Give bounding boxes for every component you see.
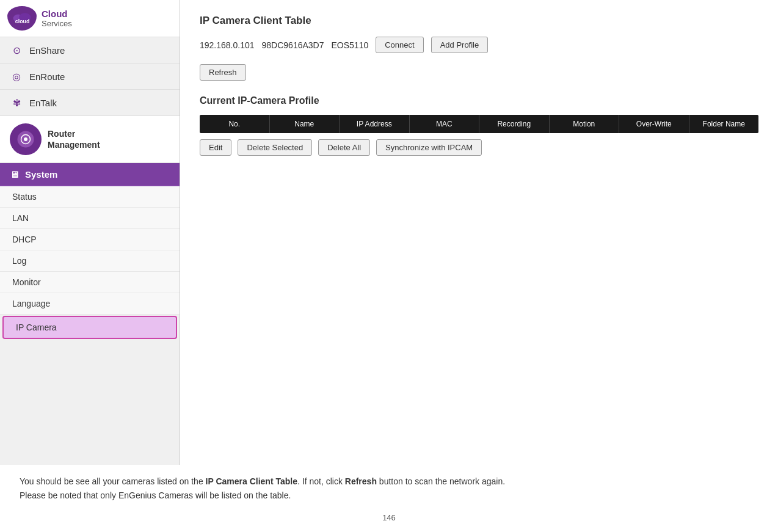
refresh-row: Refresh: [200, 62, 758, 95]
connect-button[interactable]: Connect: [376, 37, 423, 53]
language-label: Language: [12, 299, 50, 308]
cloud-icon: cloud: [7, 6, 37, 31]
client-model: EOS5110: [332, 40, 369, 50]
sidebar-item-log[interactable]: Log: [0, 250, 180, 272]
th-recording: Recording: [479, 115, 550, 133]
monitor-label: Monitor: [12, 277, 41, 287]
profile-title: Current IP-Camera Profile: [200, 95, 758, 106]
profile-actions: Edit Delete Selected Delete All Synchron…: [200, 139, 758, 156]
th-ip-address: IP Address: [340, 115, 410, 133]
enshare-label: EnShare: [29, 45, 65, 56]
logo-text: Cloud Services: [42, 9, 72, 28]
dhcp-label: DHCP: [12, 235, 37, 244]
sidebar-item-enshare[interactable]: ⊙ EnShare: [0, 37, 180, 64]
entalk-icon: ✾: [10, 96, 23, 109]
refresh-button[interactable]: Refresh: [200, 64, 246, 81]
status-label: Status: [12, 192, 37, 202]
th-mac: MAC: [410, 115, 480, 133]
cloud-label: Cloud: [42, 9, 72, 19]
sidebar-logo: cloud Cloud Services: [0, 0, 180, 37]
sidebar: cloud Cloud Services ⊙ EnShare ◎ EnRoute…: [0, 0, 180, 465]
client-table-row: 192.168.0.101 98DC9616A3D7 EOS5110 Conne…: [200, 37, 758, 53]
enroute-icon: ◎: [10, 70, 23, 83]
enshare-icon: ⊙: [10, 43, 23, 57]
system-icon: 🖥: [10, 169, 19, 180]
edit-button[interactable]: Edit: [200, 139, 231, 156]
router-label2: Management: [48, 139, 100, 150]
delete-all-button[interactable]: Delete All: [318, 139, 370, 156]
router-text: Router Management: [48, 128, 100, 150]
client-mac: 98DC9616A3D7: [262, 40, 324, 50]
svg-point-6: [24, 137, 27, 141]
bottom-line2: Please be noted that only EnGenius Camer…: [20, 489, 758, 502]
enroute-label: EnRoute: [29, 71, 65, 82]
sync-button[interactable]: Synchronize with IPCAM: [376, 139, 482, 156]
log-label: Log: [12, 256, 26, 266]
services-label: Services: [42, 19, 72, 28]
profile-table-header: No. Name IP Address MAC Recording Motion…: [200, 115, 758, 133]
th-overwrite: Over-Write: [619, 115, 689, 133]
line1-bold2: Refresh: [345, 476, 377, 486]
entalk-label: EnTalk: [29, 98, 57, 108]
line1-bold: IP Camera Client Table: [206, 476, 297, 486]
system-label: System: [25, 169, 57, 180]
delete-selected-button[interactable]: Delete Selected: [238, 139, 312, 156]
bottom-text: You should be see all your cameras liste…: [0, 465, 778, 508]
sidebar-item-ip-camera[interactable]: IP Camera: [2, 316, 177, 339]
svg-text:cloud: cloud: [15, 18, 29, 24]
main-content: IP Camera Client Table 192.168.0.101 98D…: [180, 0, 778, 465]
sidebar-item-language[interactable]: Language: [0, 293, 180, 315]
sidebar-item-status[interactable]: Status: [0, 186, 180, 208]
sidebar-item-enroute[interactable]: ◎ EnRoute: [0, 64, 180, 90]
sidebar-router-management[interactable]: Router Management: [0, 116, 180, 163]
th-no: No.: [200, 115, 270, 133]
ip-camera-label: IP Camera: [16, 322, 57, 332]
sidebar-item-monitor[interactable]: Monitor: [0, 272, 180, 293]
client-table-title: IP Camera Client Table: [200, 15, 758, 27]
router-label1: Router: [48, 128, 100, 139]
client-ip: 192.168.0.101: [200, 40, 255, 50]
sidebar-item-dhcp[interactable]: DHCP: [0, 229, 180, 250]
line1-prefix: You should be see all your cameras liste…: [20, 476, 206, 486]
th-motion: Motion: [550, 115, 620, 133]
line1-suffix: . If not, click: [297, 476, 345, 486]
router-icon: [10, 123, 42, 155]
th-folder-name: Folder Name: [689, 115, 759, 133]
add-profile-button[interactable]: Add Profile: [431, 37, 489, 53]
bottom-line1: You should be see all your cameras liste…: [20, 475, 758, 488]
th-name: Name: [270, 115, 340, 133]
page-number: 146: [0, 508, 778, 532]
sidebar-item-entalk[interactable]: ✾ EnTalk: [0, 90, 180, 116]
sidebar-item-lan[interactable]: LAN: [0, 208, 180, 229]
lan-label: LAN: [12, 213, 29, 223]
line1-suffix2: button to scan the network again.: [377, 476, 505, 486]
sidebar-item-system[interactable]: 🖥 System: [0, 163, 180, 186]
